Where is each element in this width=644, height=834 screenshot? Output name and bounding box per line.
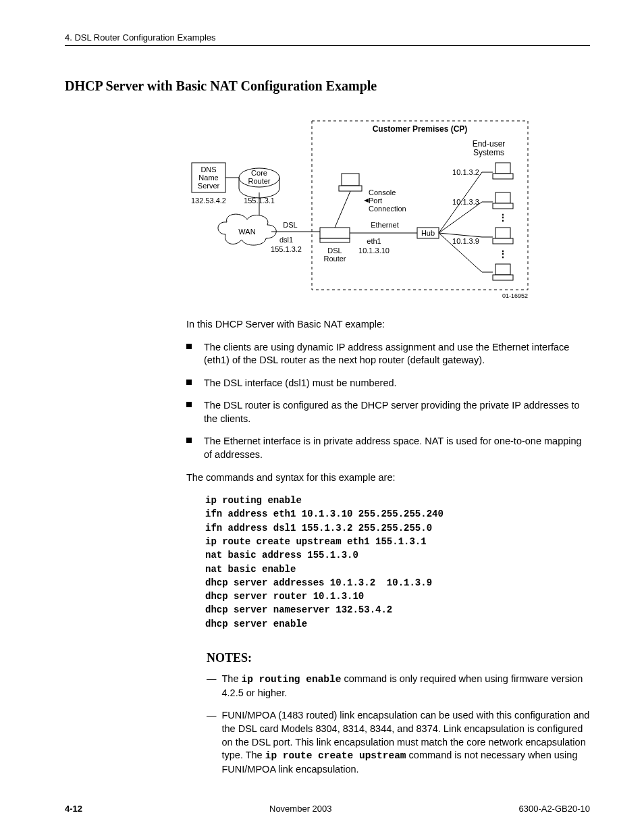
svg-rect-54 [493,275,513,280]
command-block: ip routing enable ifn address eth1 10.1.… [205,494,590,631]
inline-code: ip routing enable [242,674,342,685]
section-title: DHCP Server with Basic NAT Configuration… [65,78,590,94]
svg-text:Hub: Hub [421,229,435,237]
svg-marker-29 [364,199,369,203]
notes-heading: NOTES: [207,650,590,666]
svg-text:Ethernet: Ethernet [371,221,399,229]
svg-rect-48 [493,238,513,244]
svg-text:⋮: ⋮ [498,212,508,223]
figure-id: 01-16952 [502,292,528,299]
page-header: 4. DSL Router Configuration Examples [65,32,590,46]
svg-text:eth1: eth1 [367,237,381,245]
pc-icon [493,163,513,179]
svg-text:132.53.4.2: 132.53.4.2 [191,197,226,205]
svg-text:DSL: DSL [283,221,297,229]
list-item: The Ethernet interface is in private add… [186,435,590,461]
svg-rect-36 [495,163,510,174]
doc-id: 6300-A2-GB20-10 [518,804,590,814]
end-user-label: End-userSystems [473,139,506,157]
footer-date: November 2003 [269,804,332,814]
svg-line-44 [439,202,482,233]
network-diagram: Customer Premises (CP) End-userSystems D… [185,113,536,302]
svg-rect-53 [495,264,510,275]
page-number: 4-12 [65,804,82,814]
svg-text:DNS: DNS [200,165,216,174]
svg-text:Server: Server [198,182,220,190]
svg-text:Console: Console [369,188,396,197]
cp-label: Customer Premises (CP) [373,124,468,134]
commands-intro: The commands and syntax for this example… [186,471,590,485]
bullet-list: The clients are using dynamic IP address… [186,341,590,462]
list-item: The DSL interface (dsl1) must be numbere… [186,377,590,390]
pc-icon [493,192,513,209]
svg-text:Router: Router [248,177,270,185]
svg-rect-37 [493,174,513,179]
svg-text:155.1.3.2: 155.1.3.2 [271,245,302,253]
svg-rect-47 [495,228,510,238]
svg-text:10.1.3.3: 10.1.3.3 [452,198,479,206]
svg-text:WAN: WAN [238,228,255,236]
svg-text:DSL: DSL [327,246,342,255]
svg-text:Port: Port [369,197,382,205]
svg-text:10.1.3.10: 10.1.3.10 [358,246,390,255]
svg-text:10.1.3.9: 10.1.3.9 [452,237,479,245]
svg-text:10.1.3.2: 10.1.3.2 [452,168,479,176]
pc-icon [493,264,513,280]
svg-text:Core: Core [251,169,267,177]
svg-line-25 [335,191,350,228]
note-item: — The ip routing enable command is only … [207,673,590,700]
svg-rect-41 [495,192,510,203]
page-footer: 4-12 November 2003 6300-A2-GB20-10 [65,804,590,814]
svg-rect-24 [339,186,362,191]
svg-rect-20 [320,238,350,242]
svg-text:Connection: Connection [369,205,406,213]
svg-text:dsl1: dsl1 [279,236,293,244]
svg-text:Router: Router [323,255,346,263]
list-item: The clients are using dynamic IP address… [186,341,590,367]
list-item: The DSL router is configured as the DHCP… [186,399,590,425]
svg-rect-19 [320,228,350,238]
svg-rect-23 [342,174,359,186]
note-item: — FUNI/MPOA (1483 routed) link encapsula… [207,709,590,776]
svg-rect-42 [493,203,513,209]
pc-icon [493,228,513,244]
inline-code: ip route create upstream [265,750,406,761]
intro-text: In this DHCP Server with Basic NAT examp… [186,318,590,332]
svg-text:⋮: ⋮ [498,249,508,259]
svg-text:Name: Name [198,174,218,182]
